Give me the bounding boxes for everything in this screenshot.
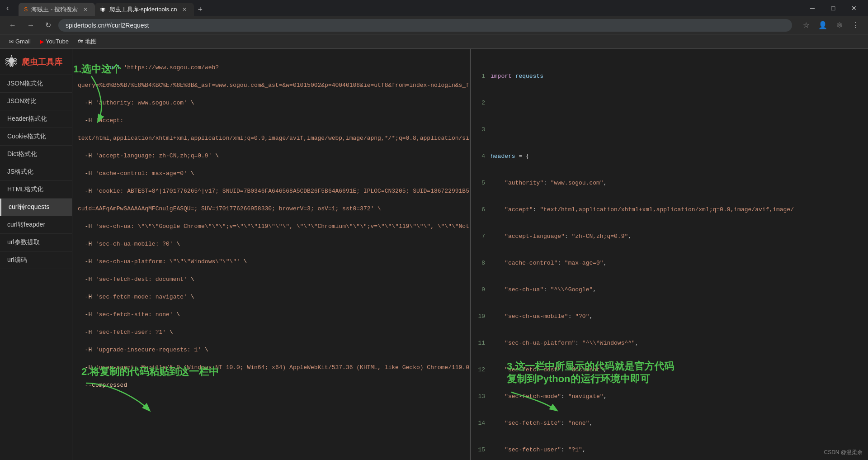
- logo-text: 爬虫工具库: [22, 57, 62, 67]
- youtube-icon: ▶: [40, 38, 44, 45]
- add-tab-button[interactable]: +: [194, 3, 206, 16]
- sidebar-item-json-diff[interactable]: JSON对比: [0, 93, 72, 110]
- sidebar-menu: JSON格式化 JSON对比 Header格式化 Cookie格式化 Dict格…: [0, 75, 72, 460]
- sidebar-item-curl-feapder[interactable]: curl转feapder: [0, 216, 72, 234]
- bookmark-gmail[interactable]: ✉ Gmail: [5, 36, 34, 47]
- tab-haizei-close[interactable]: ✕: [81, 5, 90, 14]
- nav-controls: ‹: [4, 2, 11, 14]
- gmail-icon: ✉: [9, 38, 14, 45]
- sidebar-item-js-format[interactable]: JS格式化: [0, 163, 72, 181]
- sidebar-item-url-params[interactable]: url参数提取: [0, 234, 72, 251]
- spider-icon: 🕷: [5, 54, 18, 69]
- address-bar: ← → ↻ ☆ 👤 ⚛ ⋮: [0, 16, 868, 34]
- forward-button[interactable]: →: [24, 19, 38, 31]
- csdn-watermark: CSDN @温柔余: [824, 449, 863, 456]
- minimize-button[interactable]: ─: [802, 0, 823, 16]
- line-num-1: 1: [476, 72, 491, 81]
- tabs-bar: S 海贼王 - 搜狗搜索 ✕ 🕷 爬虫工具库-spidertools.cn ✕ …: [19, 0, 798, 16]
- code-line-7: 7 "accept-language": "zh-CN,zh;q=0.9",: [476, 232, 863, 241]
- code-line-4: 4 headers = {: [476, 152, 863, 161]
- close-button[interactable]: ✕: [844, 0, 864, 16]
- tab-spidertools-favicon: 🕷: [100, 6, 106, 13]
- menu-icon[interactable]: ⋮: [848, 19, 863, 31]
- sidebar-item-url-encode[interactable]: url编码: [0, 251, 72, 269]
- sidebar: 🕷 爬虫工具库 JSON格式化 JSON对比 Header格式化 Cookie格…: [0, 49, 72, 460]
- reload-button[interactable]: ↻: [42, 19, 55, 31]
- profile-icon[interactable]: 👤: [815, 19, 831, 31]
- tab-haizei-favicon: S: [24, 6, 28, 13]
- titlebar: ‹ S 海贼王 - 搜狗搜索 ✕ 🕷 爬虫工具库-spidertools.cn …: [0, 0, 868, 16]
- tab-spidertools-close[interactable]: ✕: [180, 5, 189, 14]
- bookmark-maps[interactable]: 🗺 地图: [74, 36, 100, 47]
- code-line-5: 5 "authority": "www.sogou.com",: [476, 179, 863, 188]
- sidebar-item-header-format[interactable]: Header格式化: [0, 110, 72, 128]
- python-code-content: 1 import requests 2 3 4 headers = { 5 "a…: [471, 52, 868, 460]
- bookmark-youtube-label: YouTube: [46, 38, 69, 45]
- code-line-2: 2: [476, 99, 863, 108]
- bookmark-gmail-label: Gmail: [15, 38, 31, 45]
- bookmarks-bar: ✉ Gmail ▶ YouTube 🗺 地图: [0, 34, 868, 49]
- sidebar-item-curl-requests[interactable]: curl转requests: [0, 199, 72, 216]
- code-line-14: 14 "sec-fetch-site": "none",: [476, 419, 863, 428]
- code-line-13: 13 "sec-fetch-mode": "navigate",: [476, 392, 863, 401]
- maps-icon: 🗺: [78, 38, 83, 45]
- code-line-12: 12 "sec-fetch-dest": "document",: [476, 365, 863, 375]
- tab-haizei-label: 海贼王 - 搜狗搜索: [31, 5, 78, 14]
- curl-input-panel[interactable]: curl 'https://www.sogou.com/web? query=%…: [72, 49, 471, 460]
- back-button[interactable]: ←: [5, 19, 20, 31]
- sidebar-item-cookie-format[interactable]: Cookie格式化: [0, 128, 72, 146]
- sidebar-item-html-format[interactable]: HTML格式化: [0, 181, 72, 199]
- tab-spidertools[interactable]: 🕷 爬虫工具库-spidertools.cn ✕: [95, 3, 194, 16]
- extensions-icon[interactable]: ⚛: [833, 19, 846, 31]
- code-panels: curl 'https://www.sogou.com/web? query=%…: [72, 49, 868, 460]
- tab-haizei[interactable]: S 海贼王 - 搜狗搜索 ✕: [19, 3, 95, 16]
- main-content: 🕷 爬虫工具库 JSON格式化 JSON对比 Header格式化 Cookie格…: [0, 49, 868, 460]
- bookmark-star-icon[interactable]: ☆: [799, 19, 813, 31]
- code-line-11: 11 "sec-ch-ua-platform": "^\\^Windows^^"…: [476, 339, 863, 348]
- code-line-8: 8 "cache-control": "max-age=0",: [476, 259, 863, 268]
- tab-spidertools-label: 爬虫工具库-spidertools.cn: [109, 5, 177, 14]
- sidebar-item-json-format[interactable]: JSON格式化: [0, 75, 72, 93]
- curl-code-content: curl 'https://www.sogou.com/web? query=%…: [72, 52, 470, 400]
- sidebar-item-dict-format[interactable]: Dict格式化: [0, 146, 72, 163]
- url-input[interactable]: [58, 19, 792, 32]
- window-controls: ─ □ ✕: [802, 0, 864, 16]
- bookmark-youtube[interactable]: ▶ YouTube: [36, 36, 72, 47]
- code-line-15: 15 "sec-fetch-user": "?1",: [476, 446, 863, 455]
- prev-tabs-btn[interactable]: ‹: [4, 2, 11, 14]
- code-line-10: 10 "sec-ch-ua-mobile": "?0",: [476, 312, 863, 321]
- code-line-3: 3: [476, 125, 863, 134]
- sidebar-logo: 🕷 爬虫工具库: [0, 49, 72, 75]
- bookmark-maps-label: 地图: [85, 38, 97, 46]
- toolbar-icons: ☆ 👤 ⚛ ⋮: [799, 19, 863, 31]
- maximize-button[interactable]: □: [823, 0, 844, 16]
- code-line-1: 1 import requests: [476, 72, 863, 81]
- python-output-panel: 1 import requests 2 3 4 headers = { 5 "a…: [471, 49, 868, 460]
- code-line-6: 6 "accept": "text/html,application/xhtml…: [476, 205, 863, 214]
- code-line-9: 9 "sec-ch-ua": "^\\^Google",: [476, 285, 863, 294]
